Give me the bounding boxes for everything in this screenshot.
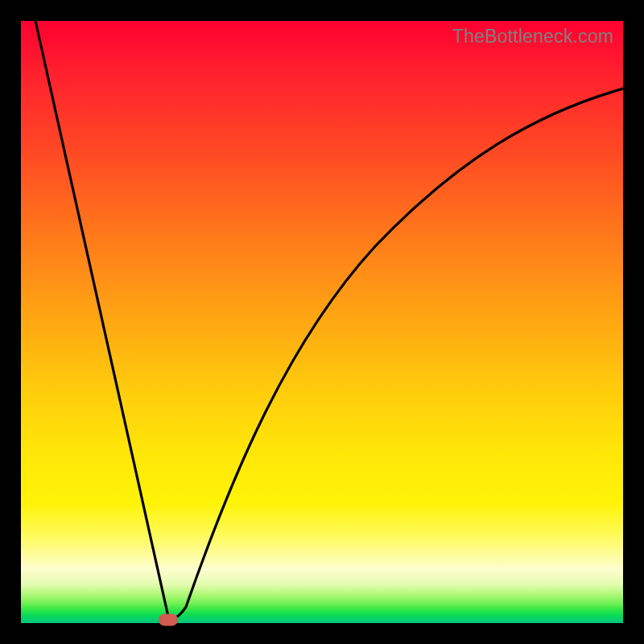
optimal-point-marker — [159, 614, 178, 626]
curve-path — [35, 21, 623, 618]
bottleneck-curve — [21, 21, 623, 623]
plot-area: TheBottleneck.com — [21, 21, 623, 623]
chart-frame: TheBottleneck.com — [0, 0, 644, 644]
